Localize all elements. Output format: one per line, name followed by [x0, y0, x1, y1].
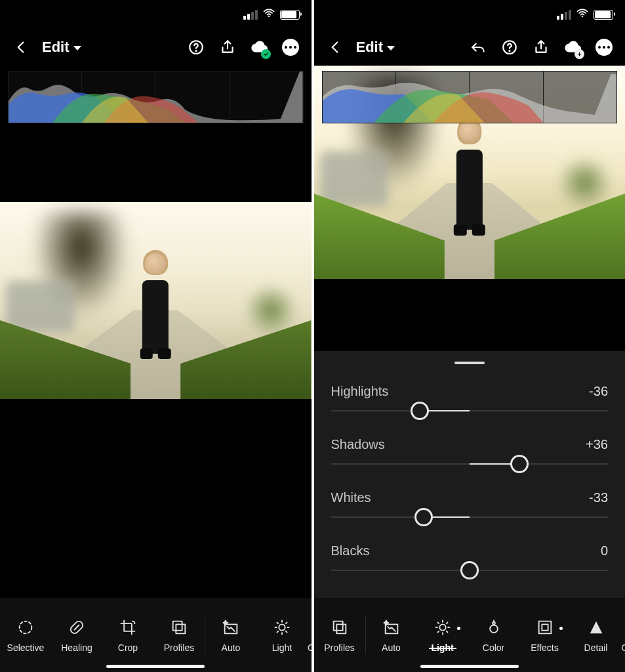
svg-line-5	[75, 625, 79, 630]
svg-rect-8	[225, 624, 237, 633]
panel-drag-handle[interactable]	[314, 351, 626, 375]
slider-value: +36	[586, 437, 608, 452]
modified-dot-icon	[559, 627, 563, 630]
profiles-icon	[330, 618, 350, 637]
more-button[interactable]	[276, 33, 305, 62]
share-button[interactable]	[527, 33, 555, 62]
slider-label: Shadows	[331, 437, 385, 452]
cloud-sync-button[interactable]	[245, 33, 273, 62]
tool-effects[interactable]: Effects	[519, 618, 571, 653]
auto-icon	[382, 618, 401, 637]
top-bar: Edit	[0, 29, 312, 66]
auto-icon	[221, 618, 241, 637]
tool-strip[interactable]: Selective Healing Crop Profiles Auto L	[0, 598, 312, 672]
histogram[interactable]	[322, 71, 618, 123]
tool-auto[interactable]: Auto	[205, 618, 256, 653]
tool-strip[interactable]: Profiles Auto Light Color Effects	[314, 598, 626, 672]
status-bar	[314, 0, 626, 29]
back-button[interactable]	[7, 33, 35, 62]
slider-value: -33	[589, 490, 608, 505]
tool-healing[interactable]: Healing	[51, 618, 102, 653]
svg-rect-6	[173, 621, 182, 631]
spacer-above-photo	[0, 123, 312, 202]
slider-track[interactable]	[331, 452, 609, 476]
slider-track[interactable]	[331, 505, 609, 529]
home-indicator[interactable]	[106, 665, 205, 668]
caret-down-icon	[73, 46, 81, 51]
tool-selective[interactable]: Selective	[0, 618, 51, 653]
cloud-synced-badge-icon	[261, 49, 271, 59]
svg-rect-16	[336, 624, 346, 633]
cellular-signal-icon	[243, 10, 258, 20]
help-button[interactable]	[495, 33, 524, 62]
svg-point-0	[268, 16, 270, 18]
slider-label: Whites	[331, 490, 371, 505]
slider-track[interactable]	[331, 558, 609, 582]
cloud-pending-badge-icon	[575, 49, 584, 59]
cloud-sync-button[interactable]	[558, 33, 587, 62]
light-icon	[433, 618, 453, 637]
tool-color-partial[interactable]: Col	[308, 618, 312, 653]
mode-label: Edit	[356, 39, 384, 56]
slider-value: 0	[601, 543, 608, 558]
slider-label: Highlights	[331, 384, 389, 399]
wifi-icon	[576, 7, 589, 22]
tool-profiles[interactable]: Profiles	[314, 618, 365, 653]
photo-canvas[interactable]	[0, 202, 312, 399]
svg-point-14	[509, 51, 510, 51]
selective-icon	[16, 618, 35, 637]
tool-auto[interactable]: Auto	[366, 618, 417, 653]
light-panel: Highlights -36 Shadows +36	[314, 375, 626, 598]
svg-point-3	[20, 621, 32, 634]
top-bar: Edit	[314, 29, 626, 66]
spacer-below-photo	[0, 399, 312, 598]
svg-point-9	[279, 624, 285, 630]
slider-track[interactable]	[331, 399, 609, 423]
phone-right: Edit	[314, 0, 626, 672]
screenshot-pair: Edit	[0, 0, 625, 672]
tool-light[interactable]: Light	[417, 618, 468, 653]
crop-icon	[118, 618, 138, 637]
undo-button[interactable]	[464, 33, 493, 62]
status-bar	[0, 0, 312, 29]
healing-icon	[67, 618, 87, 637]
wifi-icon	[262, 7, 275, 22]
photo-subject	[448, 121, 491, 232]
slider-whites: Whites -33	[331, 481, 609, 534]
slider-highlights: Highlights -36	[331, 375, 609, 428]
cellular-signal-icon	[557, 10, 571, 20]
svg-point-19	[490, 625, 498, 633]
tool-detail[interactable]: Detail	[571, 618, 622, 653]
home-indicator[interactable]	[420, 665, 519, 668]
spacer-below-photo	[314, 279, 626, 351]
tool-light[interactable]: Light	[256, 618, 308, 653]
detail-icon	[586, 618, 606, 637]
battery-icon	[594, 10, 613, 20]
light-icon	[272, 618, 292, 637]
svg-rect-15	[333, 621, 342, 631]
caret-down-icon	[387, 46, 395, 51]
share-button[interactable]	[213, 33, 242, 62]
back-button[interactable]	[321, 33, 350, 62]
histogram[interactable]	[8, 71, 304, 123]
phone-left: Edit	[0, 0, 314, 672]
mode-dropdown[interactable]: Edit	[352, 39, 399, 56]
mode-label: Edit	[42, 39, 70, 56]
tool-color[interactable]: Color	[468, 618, 519, 653]
color-icon	[310, 618, 312, 637]
tool-profiles[interactable]: Profiles	[153, 618, 205, 653]
svg-point-12	[582, 16, 584, 18]
slider-blacks: Blacks 0	[331, 534, 609, 587]
help-button[interactable]	[182, 33, 211, 62]
photo-and-histogram	[314, 66, 626, 279]
modified-dot-icon	[457, 627, 460, 630]
svg-rect-21	[538, 621, 551, 634]
tool-crop[interactable]: Crop	[102, 618, 153, 653]
tool-optics-partial[interactable]: O	[622, 618, 626, 653]
color-icon	[484, 618, 504, 637]
mode-dropdown[interactable]: Edit	[38, 39, 85, 56]
more-button[interactable]	[590, 33, 618, 62]
svg-rect-22	[542, 624, 548, 630]
effects-icon	[535, 618, 555, 637]
svg-point-20	[493, 622, 495, 625]
